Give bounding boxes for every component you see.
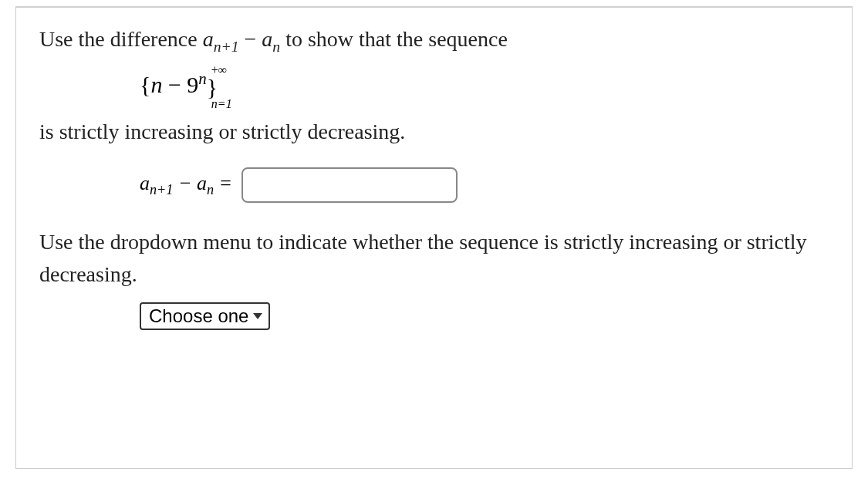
math-sub-n: n xyxy=(272,39,280,55)
prompt-line-3: Use the dropdown menu to indicate whethe… xyxy=(39,226,829,291)
math-equals: = xyxy=(214,172,232,194)
lower-limit: n=1 xyxy=(211,97,232,111)
formula-exp: n xyxy=(198,69,207,88)
math-minus: − xyxy=(239,27,262,51)
math-sub-np1: n+1 xyxy=(214,39,239,55)
dropdown-label: Choose one xyxy=(149,305,248,327)
difference-input[interactable] xyxy=(241,167,458,203)
text-segment: to show that the sequence xyxy=(280,27,508,51)
question-card: Use the difference an+1 − an to show tha… xyxy=(15,6,853,469)
formula-nine: 9 xyxy=(187,72,198,97)
limits-wrapper: }+∞n=1 xyxy=(207,74,218,100)
upper-limit: +∞ xyxy=(211,63,227,77)
math-a: a xyxy=(140,172,150,194)
prompt-line-2: is strictly increasing or strictly decre… xyxy=(39,116,829,148)
math-sub-np1: n+1 xyxy=(150,182,173,197)
math-a: a xyxy=(203,27,214,51)
answer-lhs: an+1 − an = xyxy=(140,172,232,198)
math-minus: − xyxy=(173,172,197,194)
answer-row: an+1 − an = xyxy=(140,167,829,203)
formula-n: n xyxy=(150,72,162,97)
open-brace: { xyxy=(140,72,150,97)
chevron-down-icon xyxy=(253,312,262,320)
sequence-formula: {n − 9n}+∞n=1 xyxy=(140,69,829,100)
svg-marker-0 xyxy=(253,313,262,319)
dropdown-row: Choose one xyxy=(140,302,829,330)
formula-minus: − xyxy=(162,72,187,97)
close-brace: } xyxy=(207,74,218,99)
text-segment: Use the difference xyxy=(39,27,203,51)
monotonicity-dropdown[interactable]: Choose one xyxy=(140,302,270,330)
math-a: a xyxy=(197,172,207,194)
math-a2: a xyxy=(262,27,272,51)
math-sub-n: n xyxy=(207,182,214,197)
prompt-line-1: Use the difference an+1 − an to show tha… xyxy=(39,23,829,58)
